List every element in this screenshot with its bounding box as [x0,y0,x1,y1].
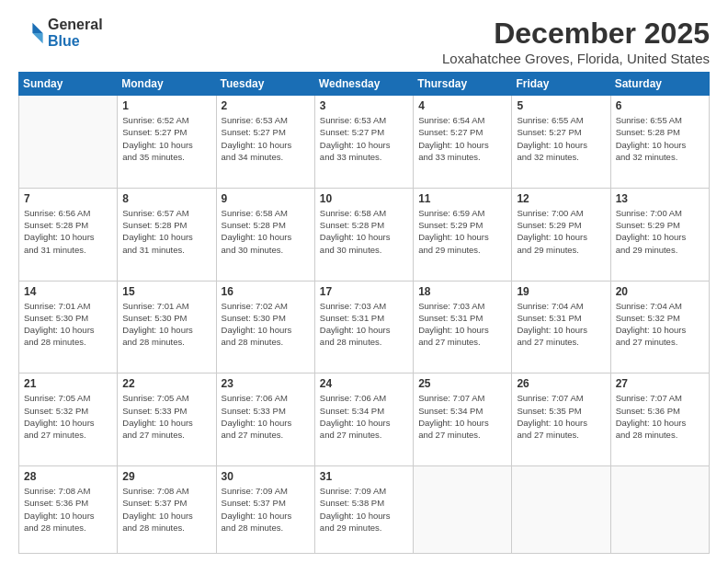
calendar-cell: 11Sunrise: 6:59 AM Sunset: 5:29 PM Dayli… [414,188,512,281]
day-info: Sunrise: 7:03 AM Sunset: 5:31 PM Dayligh… [320,300,408,349]
calendar-cell: 23Sunrise: 7:06 AM Sunset: 5:33 PM Dayli… [216,373,314,466]
calendar-week-2: 14Sunrise: 7:01 AM Sunset: 5:30 PM Dayli… [19,281,710,373]
day-number: 7 [24,192,112,205]
day-info: Sunrise: 7:09 AM Sunset: 5:37 PM Dayligh… [222,485,310,534]
day-info: Sunrise: 6:56 AM Sunset: 5:28 PM Dayligh… [24,207,112,256]
day-info: Sunrise: 7:01 AM Sunset: 5:30 PM Dayligh… [24,300,112,349]
day-info: Sunrise: 7:06 AM Sunset: 5:34 PM Dayligh… [320,392,408,441]
day-number: 17 [320,285,408,298]
day-info: Sunrise: 7:07 AM Sunset: 5:34 PM Dayligh… [418,392,506,441]
calendar-header-sunday: Sunday [19,73,118,96]
calendar-cell: 16Sunrise: 7:02 AM Sunset: 5:30 PM Dayli… [216,281,314,373]
calendar-header-tuesday: Tuesday [216,73,314,96]
calendar-cell: 27Sunrise: 7:07 AM Sunset: 5:36 PM Dayli… [610,373,709,466]
day-info: Sunrise: 7:05 AM Sunset: 5:33 PM Dayligh… [122,392,210,441]
day-number: 29 [122,470,210,483]
calendar-cell: 26Sunrise: 7:07 AM Sunset: 5:35 PM Dayli… [512,373,610,466]
day-info: Sunrise: 7:03 AM Sunset: 5:31 PM Dayligh… [418,300,506,349]
calendar-cell: 22Sunrise: 7:05 AM Sunset: 5:33 PM Dayli… [118,373,216,466]
day-number: 6 [616,99,704,112]
day-number: 23 [222,377,310,390]
calendar-cell: 31Sunrise: 7:09 AM Sunset: 5:38 PM Dayli… [314,466,413,554]
calendar-cell: 15Sunrise: 7:01 AM Sunset: 5:30 PM Dayli… [118,281,216,373]
day-number: 3 [320,99,408,112]
calendar-header-thursday: Thursday [414,73,512,96]
calendar-cell: 6Sunrise: 6:55 AM Sunset: 5:28 PM Daylig… [610,96,709,189]
day-number: 20 [616,285,704,298]
calendar-cell: 21Sunrise: 7:05 AM Sunset: 5:32 PM Dayli… [19,373,118,466]
day-number: 22 [122,377,210,390]
calendar-cell: 3Sunrise: 6:53 AM Sunset: 5:27 PM Daylig… [314,96,413,189]
calendar-header-saturday: Saturday [610,73,709,96]
calendar-cell: 30Sunrise: 7:09 AM Sunset: 5:37 PM Dayli… [216,466,314,554]
day-number: 16 [222,285,310,298]
day-info: Sunrise: 7:07 AM Sunset: 5:35 PM Dayligh… [517,392,605,441]
subtitle: Loxahatchee Groves, Florida, United Stat… [442,51,710,66]
calendar-cell: 1Sunrise: 6:52 AM Sunset: 5:27 PM Daylig… [118,96,216,189]
day-info: Sunrise: 6:59 AM Sunset: 5:29 PM Dayligh… [418,207,506,256]
calendar-header-monday: Monday [118,73,216,96]
calendar-cell [414,466,512,554]
day-number: 18 [418,285,506,298]
day-info: Sunrise: 6:55 AM Sunset: 5:28 PM Dayligh… [616,114,704,163]
calendar-cell: 7Sunrise: 6:56 AM Sunset: 5:28 PM Daylig… [19,188,118,281]
title-block: December 2025 Loxahatchee Groves, Florid… [442,17,710,66]
day-number: 1 [122,99,210,112]
calendar-cell: 29Sunrise: 7:08 AM Sunset: 5:37 PM Dayli… [118,466,216,554]
calendar-cell: 2Sunrise: 6:53 AM Sunset: 5:27 PM Daylig… [216,96,314,189]
calendar-cell: 8Sunrise: 6:57 AM Sunset: 5:28 PM Daylig… [118,188,216,281]
logo: General Blue [18,17,103,50]
calendar-cell: 14Sunrise: 7:01 AM Sunset: 5:30 PM Dayli… [19,281,118,373]
calendar-cell: 24Sunrise: 7:06 AM Sunset: 5:34 PM Dayli… [314,373,413,466]
day-info: Sunrise: 7:01 AM Sunset: 5:30 PM Dayligh… [122,300,210,349]
calendar-cell: 13Sunrise: 7:00 AM Sunset: 5:29 PM Dayli… [610,188,709,281]
day-number: 14 [24,285,112,298]
day-info: Sunrise: 7:08 AM Sunset: 5:36 PM Dayligh… [24,485,112,534]
day-number: 10 [320,192,408,205]
logo-icon [18,20,44,46]
calendar-cell: 4Sunrise: 6:54 AM Sunset: 5:27 PM Daylig… [414,96,512,189]
day-number: 21 [24,377,112,390]
day-number: 27 [616,377,704,390]
calendar-week-4: 28Sunrise: 7:08 AM Sunset: 5:36 PM Dayli… [19,466,710,554]
calendar-header-friday: Friday [512,73,610,96]
day-number: 11 [418,192,506,205]
day-number: 25 [418,377,506,390]
calendar-header-wednesday: Wednesday [314,73,413,96]
day-number: 5 [517,99,605,112]
calendar-cell: 20Sunrise: 7:04 AM Sunset: 5:32 PM Dayli… [610,281,709,373]
day-info: Sunrise: 7:08 AM Sunset: 5:37 PM Dayligh… [122,485,210,534]
day-info: Sunrise: 6:54 AM Sunset: 5:27 PM Dayligh… [418,114,506,163]
day-number: 13 [616,192,704,205]
header: General Blue December 2025 Loxahatchee G… [18,17,710,66]
day-number: 30 [222,470,310,483]
day-number: 9 [222,192,310,205]
calendar-cell: 12Sunrise: 7:00 AM Sunset: 5:29 PM Dayli… [512,188,610,281]
day-number: 2 [222,99,310,112]
calendar-cell: 5Sunrise: 6:55 AM Sunset: 5:27 PM Daylig… [512,96,610,189]
day-info: Sunrise: 6:52 AM Sunset: 5:27 PM Dayligh… [122,114,210,163]
calendar-header-row: SundayMondayTuesdayWednesdayThursdayFrid… [19,73,710,96]
day-info: Sunrise: 7:00 AM Sunset: 5:29 PM Dayligh… [616,207,704,256]
calendar-week-1: 7Sunrise: 6:56 AM Sunset: 5:28 PM Daylig… [19,188,710,281]
main-title: December 2025 [442,17,710,51]
day-number: 8 [122,192,210,205]
calendar-cell [610,466,709,554]
page: General Blue December 2025 Loxahatchee G… [0,0,728,563]
calendar-cell [19,96,118,189]
calendar-cell: 19Sunrise: 7:04 AM Sunset: 5:31 PM Dayli… [512,281,610,373]
day-number: 26 [517,377,605,390]
day-info: Sunrise: 6:53 AM Sunset: 5:27 PM Dayligh… [320,114,408,163]
day-info: Sunrise: 6:57 AM Sunset: 5:28 PM Dayligh… [122,207,210,256]
day-number: 28 [24,470,112,483]
day-info: Sunrise: 6:55 AM Sunset: 5:27 PM Dayligh… [517,114,605,163]
day-info: Sunrise: 7:06 AM Sunset: 5:33 PM Dayligh… [222,392,310,441]
day-number: 15 [122,285,210,298]
day-info: Sunrise: 7:04 AM Sunset: 5:31 PM Dayligh… [517,300,605,349]
calendar-cell [512,466,610,554]
calendar-cell: 9Sunrise: 6:58 AM Sunset: 5:28 PM Daylig… [216,188,314,281]
calendar-cell: 25Sunrise: 7:07 AM Sunset: 5:34 PM Dayli… [414,373,512,466]
calendar-cell: 10Sunrise: 6:58 AM Sunset: 5:28 PM Dayli… [314,188,413,281]
day-number: 19 [517,285,605,298]
day-number: 24 [320,377,408,390]
